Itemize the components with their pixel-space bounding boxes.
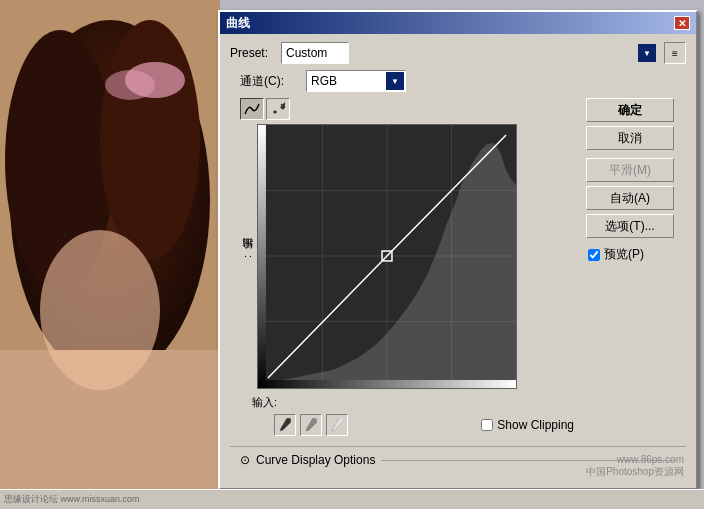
graph-relative-wrapper: 输出: <box>240 124 578 389</box>
close-button[interactable]: ✕ <box>674 16 690 30</box>
white-eyedropper-icon <box>330 417 344 433</box>
output-label-wrapper: 输出: <box>240 124 257 389</box>
left-side: 输出: <box>240 98 578 436</box>
preset-select-wrapper: Custom Default ▼ <box>281 42 658 64</box>
preset-dropdown-arrow: ▼ <box>638 44 656 62</box>
svg-point-3 <box>100 20 200 260</box>
channel-label: 通道(C): <box>240 73 300 90</box>
show-clipping-label: Show Clipping <box>497 418 574 432</box>
svg-rect-18 <box>258 380 516 388</box>
background-photo <box>0 0 220 509</box>
show-clipping-row: Show Clipping <box>481 418 574 432</box>
pencil-tool-button[interactable] <box>266 98 290 120</box>
eyedropper-clipping-row: Show Clipping <box>240 414 578 436</box>
channel-row: 通道(C): RGB 红 绿 蓝 ▼ <box>240 70 686 92</box>
black-eyedropper-icon <box>278 417 292 433</box>
channel-select[interactable]: RGB 红 绿 蓝 <box>306 70 406 92</box>
dialog-title: 曲线 <box>226 15 250 32</box>
smooth-button[interactable]: 平滑(M) <box>586 158 674 182</box>
dialog-content: Preset: Custom Default ▼ ≡ 通道(C): RGB 红 … <box>220 34 696 481</box>
tool-row <box>240 98 578 120</box>
preset-label: Preset: <box>230 46 275 60</box>
right-side-buttons: 确定 取消 平滑(M) 自动(A) 选项(T)... 预览(P) <box>586 98 676 436</box>
watermark-url: www.86ps.com <box>586 454 684 465</box>
preset-icon-button[interactable]: ≡ <box>664 42 686 64</box>
svg-rect-17 <box>258 125 266 388</box>
ok-button[interactable]: 确定 <box>586 98 674 122</box>
gray-eyedropper-icon <box>304 417 318 433</box>
preset-select[interactable]: Custom Default <box>281 42 349 64</box>
svg-point-6 <box>105 70 155 100</box>
curve-tool-button[interactable] <box>240 98 264 120</box>
channel-select-wrapper: RGB 红 绿 蓝 ▼ <box>306 70 406 92</box>
gray-eyedropper-button[interactable] <box>300 414 322 436</box>
output-label: 输出: <box>240 255 255 258</box>
svg-point-20 <box>313 418 317 422</box>
black-eyedropper-button[interactable] <box>274 414 296 436</box>
cancel-button[interactable]: 取消 <box>586 126 674 150</box>
svg-point-19 <box>287 418 291 422</box>
watermark-area: www.86ps.com 中国Photoshop资源网 <box>586 454 684 479</box>
bottom-bar-text: 思缘设计论坛 www.missxuan.com <box>4 493 140 506</box>
svg-point-7 <box>40 230 160 390</box>
main-area: 输出: <box>230 98 686 436</box>
dialog-titlebar: 曲线 ✕ <box>220 12 696 34</box>
input-label: 输入: <box>252 395 277 410</box>
curves-dialog: 曲线 ✕ Preset: Custom Default ▼ ≡ 通道(C): R… <box>218 10 698 490</box>
svg-point-21 <box>339 418 343 422</box>
bg-photo-svg <box>0 0 220 509</box>
show-clipping-checkbox[interactable] <box>481 419 493 431</box>
preview-row: 预览(P) <box>586 246 676 263</box>
expand-icon[interactable]: ⊙ <box>240 453 250 467</box>
bottom-bar: 思缘设计论坛 www.missxuan.com <box>0 489 704 509</box>
white-eyedropper-button[interactable] <box>326 414 348 436</box>
curves-graph-svg <box>258 125 516 388</box>
curves-graph[interactable] <box>257 124 517 389</box>
options-button[interactable]: 选项(T)... <box>586 214 674 238</box>
watermark-name: 中国Photoshop资源网 <box>586 465 684 479</box>
pencil-tool-icon <box>271 102 285 116</box>
preset-row: Preset: Custom Default ▼ ≡ <box>230 42 686 64</box>
input-row: 输入: <box>240 395 578 410</box>
eyedroppers-group <box>244 414 348 436</box>
preview-checkbox[interactable] <box>588 249 600 261</box>
auto-button[interactable]: 自动(A) <box>586 186 674 210</box>
curve-tool-icon <box>244 102 260 116</box>
preview-label: 预览(P) <box>604 246 644 263</box>
curve-display-options-label: Curve Display Options <box>256 453 375 467</box>
